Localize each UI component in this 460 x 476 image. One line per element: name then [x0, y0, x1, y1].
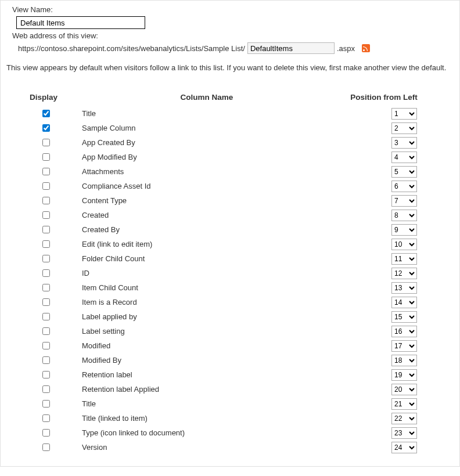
columns-table: Display Column Name Position from Left T…	[30, 93, 436, 455]
table-row: Title12345678910111213141516171819202122…	[30, 396, 436, 411]
position-select[interactable]: 123456789101112131415161718192021222324	[391, 181, 417, 192]
table-row: Item is a Record123456789101112131415161…	[30, 295, 436, 309]
display-checkbox[interactable]	[42, 414, 50, 422]
position-select[interactable]: 123456789101112131415161718192021222324	[391, 355, 417, 366]
display-checkbox[interactable]	[42, 110, 50, 117]
column-name-cell: Retention label	[82, 370, 332, 379]
position-select[interactable]: 123456789101112131415161718192021222324	[391, 195, 417, 207]
column-name-cell: Retention label Applied	[82, 385, 332, 394]
position-select[interactable]: 123456789101112131415161718192021222324	[391, 137, 417, 149]
position-select[interactable]: 123456789101112131415161718192021222324	[391, 442, 417, 453]
display-checkbox[interactable]	[42, 153, 50, 161]
column-name-cell: Created By	[82, 225, 332, 234]
table-row: Modified By12345678910111213141516171819…	[30, 353, 436, 367]
view-name-input[interactable]	[16, 16, 145, 29]
display-checkbox[interactable]	[42, 429, 50, 437]
position-select[interactable]: 123456789101112131415161718192021222324	[391, 122, 417, 134]
column-name-cell: ID	[82, 269, 332, 277]
table-row: Modified12345678910111213141516171819202…	[30, 338, 436, 353]
column-name-cell: App Created By	[82, 138, 332, 147]
url-suffix-text: .aspx	[337, 44, 355, 53]
table-row: Label applied by123456789101112131415161…	[30, 309, 436, 324]
table-row: Title (linked to item)123456789101112131…	[30, 411, 436, 425]
column-name-cell: Title	[82, 399, 332, 408]
display-checkbox[interactable]	[42, 371, 50, 378]
position-select[interactable]: 123456789101112131415161718192021222324	[391, 297, 417, 308]
position-select[interactable]: 123456789101112131415161718192021222324	[391, 210, 417, 221]
display-checkbox[interactable]	[42, 168, 50, 175]
display-checkbox[interactable]	[42, 240, 50, 248]
display-checkbox[interactable]	[42, 356, 50, 364]
position-select[interactable]: 123456789101112131415161718192021222324	[391, 166, 417, 178]
display-checkbox[interactable]	[42, 197, 50, 204]
column-name-cell: Version	[82, 443, 332, 452]
display-checkbox[interactable]	[42, 269, 50, 277]
column-name-cell: Compliance Asset Id	[82, 182, 332, 190]
position-select[interactable]: 123456789101112131415161718192021222324	[391, 268, 417, 279]
position-select[interactable]: 123456789101112131415161718192021222324	[391, 384, 417, 395]
column-name-cell: Item Child Count	[82, 283, 332, 292]
position-select[interactable]: 123456789101112131415161718192021222324	[391, 152, 417, 163]
table-row: Type (icon linked to document)1234567891…	[30, 425, 436, 440]
column-name-cell: Item is a Record	[82, 298, 332, 306]
column-name-cell: Modified By	[82, 356, 332, 365]
web-address-label: Web address of this view:	[12, 31, 454, 40]
position-select[interactable]: 123456789101112131415161718192021222324	[391, 282, 417, 294]
column-name-cell: App Modified By	[82, 153, 332, 161]
display-checkbox[interactable]	[42, 327, 50, 335]
table-row: Created123456789101112131415161718192021…	[30, 208, 436, 222]
column-name-cell: Attachments	[82, 167, 332, 176]
table-row: App Created By12345678910111213141516171…	[30, 135, 436, 150]
position-select[interactable]: 123456789101112131415161718192021222324	[391, 253, 417, 265]
info-text: This view appears by default when visito…	[6, 63, 454, 72]
table-row: Created By123456789101112131415161718192…	[30, 222, 436, 237]
display-checkbox[interactable]	[42, 284, 50, 291]
column-name-cell: Title	[82, 109, 332, 118]
table-row: Sample Column123456789101112131415161718…	[30, 121, 436, 135]
rss-icon[interactable]	[362, 44, 370, 52]
position-select[interactable]: 123456789101112131415161718192021222324	[391, 239, 417, 250]
column-name-cell: Type (icon linked to document)	[82, 428, 332, 437]
position-select[interactable]: 123456789101112131415161718192021222324	[391, 369, 417, 381]
column-name-cell: Created	[82, 211, 332, 219]
table-row: Content Type1234567891011121314151617181…	[30, 193, 436, 208]
column-name-cell: Label setting	[82, 327, 332, 336]
table-row: Edit (link to edit item)1234567891011121…	[30, 237, 436, 251]
table-row: Retention label1234567891011121314151617…	[30, 367, 436, 382]
table-row: App Modified By1234567891011121314151617…	[30, 150, 436, 164]
column-name-cell: Content Type	[82, 196, 332, 205]
table-row: Version123456789101112131415161718192021…	[30, 440, 436, 455]
table-row: Folder Child Count1234567891011121314151…	[30, 251, 436, 266]
position-select[interactable]: 123456789101112131415161718192021222324	[391, 398, 417, 410]
header-column-name: Column Name	[82, 93, 332, 102]
column-name-cell: Edit (link to edit item)	[82, 240, 332, 248]
column-name-cell: Sample Column	[82, 124, 332, 132]
table-row: Attachments12345678910111213141516171819…	[30, 164, 436, 179]
table-header: Display Column Name Position from Left	[30, 93, 436, 102]
display-checkbox[interactable]	[42, 139, 50, 146]
display-checkbox[interactable]	[42, 211, 50, 219]
column-name-cell: Label applied by	[82, 312, 332, 321]
display-checkbox[interactable]	[42, 298, 50, 306]
position-select[interactable]: 123456789101112131415161718192021222324	[391, 311, 417, 323]
display-checkbox[interactable]	[42, 255, 50, 262]
url-segment-input[interactable]	[247, 42, 335, 54]
table-row: Retention label Applied12345678910111213…	[30, 382, 436, 396]
view-name-label: View Name:	[12, 5, 454, 14]
position-select[interactable]: 123456789101112131415161718192021222324	[391, 108, 417, 120]
position-select[interactable]: 123456789101112131415161718192021222324	[391, 427, 417, 439]
header-display: Display	[30, 93, 82, 102]
position-select[interactable]: 123456789101112131415161718192021222324	[391, 413, 417, 424]
table-row: Item Child Count123456789101112131415161…	[30, 280, 436, 295]
display-checkbox[interactable]	[42, 182, 50, 190]
display-checkbox[interactable]	[42, 385, 50, 393]
display-checkbox[interactable]	[42, 342, 50, 349]
position-select[interactable]: 123456789101112131415161718192021222324	[391, 340, 417, 352]
display-checkbox[interactable]	[42, 226, 50, 233]
position-select[interactable]: 123456789101112131415161718192021222324	[391, 224, 417, 236]
display-checkbox[interactable]	[42, 313, 50, 320]
display-checkbox[interactable]	[42, 443, 50, 451]
display-checkbox[interactable]	[42, 124, 50, 132]
display-checkbox[interactable]	[42, 400, 50, 408]
position-select[interactable]: 123456789101112131415161718192021222324	[391, 326, 417, 337]
